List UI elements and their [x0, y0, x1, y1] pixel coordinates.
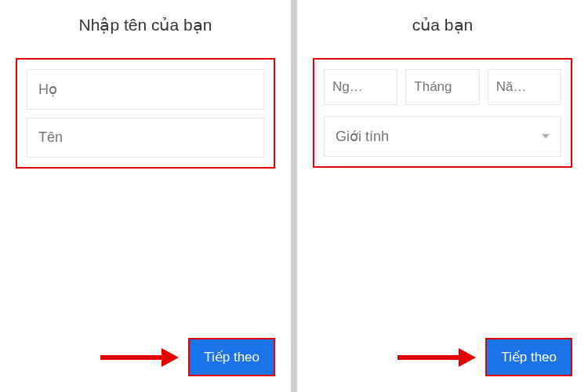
date-gender-form-box: Ng… Tháng Nă… Giới tính — [313, 58, 572, 168]
arrow-annotation-right — [397, 348, 476, 367]
chevron-down-icon — [542, 134, 550, 139]
next-button-right[interactable]: Tiếp theo — [485, 338, 572, 376]
panel-divider — [291, 0, 297, 392]
left-panel: Nhập tên của bạn Họ Tên Tiếp theo — [0, 0, 291, 392]
next-button-left[interactable]: Tiếp theo — [188, 338, 275, 376]
last-name-field[interactable]: Họ — [27, 69, 264, 110]
month-field[interactable]: Tháng — [405, 69, 479, 105]
first-name-field[interactable]: Tên — [27, 118, 264, 158]
gender-label: Giới tính — [336, 128, 389, 145]
right-panel: của bạn Ng… Tháng Nă… Giới tính Tiếp the… — [297, 0, 588, 392]
arrow-annotation-left — [100, 348, 179, 367]
page-title-right: của bạn — [313, 16, 572, 34]
page-title-left: Nhập tên của bạn — [16, 16, 275, 34]
year-field[interactable]: Nă… — [488, 69, 561, 105]
day-field[interactable]: Ng… — [324, 69, 397, 105]
button-area-left: Tiếp theo — [100, 338, 275, 376]
button-area-right: Tiếp theo — [397, 338, 572, 376]
name-form-box: Họ Tên — [16, 58, 275, 169]
date-row: Ng… Tháng Nă… — [324, 69, 561, 105]
gender-select[interactable]: Giới tính — [324, 116, 561, 157]
